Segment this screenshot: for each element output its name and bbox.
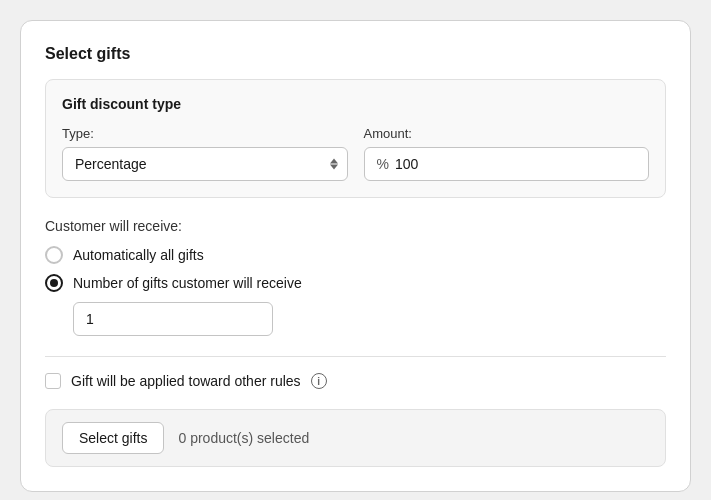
apply-rules-checkbox[interactable]: [45, 373, 61, 389]
amount-label: Amount:: [364, 126, 650, 141]
checkbox-row: Gift will be applied toward other rules …: [45, 373, 666, 389]
customer-section: Customer will receive: Automatically all…: [45, 218, 666, 336]
main-card: Select gifts Gift discount type Type: Pe…: [20, 20, 691, 492]
select-gifts-button[interactable]: Select gifts: [62, 422, 164, 454]
amount-prefix: %: [377, 156, 389, 172]
radio-group: Automatically all gifts Number of gifts …: [45, 246, 666, 292]
page-title: Select gifts: [45, 45, 666, 63]
radio-number[interactable]: [45, 274, 63, 292]
type-select[interactable]: Percentage Fixed amount: [62, 147, 348, 181]
gift-discount-title: Gift discount type: [62, 96, 649, 112]
gift-discount-card: Gift discount type Type: Percentage Fixe…: [45, 79, 666, 198]
radio-auto-label: Automatically all gifts: [73, 247, 204, 263]
amount-input[interactable]: [395, 156, 636, 172]
customer-label: Customer will receive:: [45, 218, 666, 234]
type-form-group: Type: Percentage Fixed amount: [62, 126, 348, 181]
number-input-wrapper: [73, 302, 666, 336]
radio-number-label: Number of gifts customer will receive: [73, 275, 302, 291]
apply-rules-label: Gift will be applied toward other rules: [71, 373, 301, 389]
radio-option-number[interactable]: Number of gifts customer will receive: [45, 274, 666, 292]
selected-count: 0 product(s) selected: [178, 430, 309, 446]
info-icon[interactable]: i: [311, 373, 327, 389]
type-select-wrapper: Percentage Fixed amount: [62, 147, 348, 181]
number-input[interactable]: [73, 302, 273, 336]
divider: [45, 356, 666, 357]
amount-form-group: Amount: %: [364, 126, 650, 181]
radio-auto[interactable]: [45, 246, 63, 264]
amount-input-wrapper: %: [364, 147, 650, 181]
select-gifts-bar: Select gifts 0 product(s) selected: [45, 409, 666, 467]
type-amount-row: Type: Percentage Fixed amount Amount: %: [62, 126, 649, 181]
radio-option-auto[interactable]: Automatically all gifts: [45, 246, 666, 264]
type-label: Type:: [62, 126, 348, 141]
